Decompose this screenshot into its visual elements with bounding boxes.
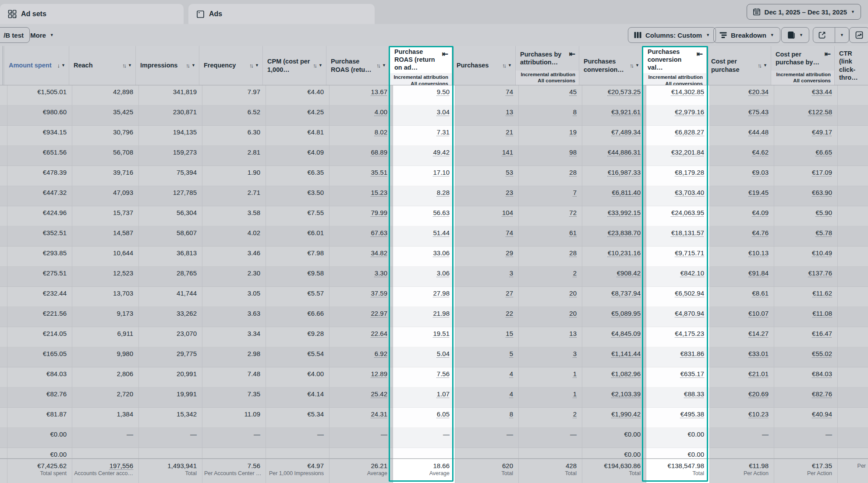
cell-value-purchases[interactable]: 22 — [506, 310, 513, 317]
cell-value-purchase-roas[interactable]: 13.67 — [371, 88, 387, 95]
cell-value-purchases-conversion[interactable]: €4,845.09 — [611, 330, 641, 337]
cell-value-cost-per-purchase-by[interactable]: €11.08 — [812, 310, 832, 317]
cell-value-purchases-conversion-value[interactable]: €4,175.23 — [675, 330, 704, 337]
cell-value-purchases-conversion-value[interactable]: €24,063.95 — [671, 209, 704, 216]
column-header-purchase-roas-incremental[interactable]: Purchase ROAS (return on ad…⇤Incremental… — [390, 46, 452, 85]
cell-value-purchase-roas[interactable]: 35.51 — [371, 169, 387, 176]
cell-value-cost-per-purchase-by[interactable]: €11.62 — [812, 289, 832, 297]
cell-value-purchases-conversion-value[interactable]: €6,502.94 — [675, 289, 704, 297]
sort-control-cpm[interactable]: ↑↓▼ — [313, 62, 322, 69]
cell-value-purchases-conversion-value[interactable]: €831.86 — [680, 350, 704, 357]
cell-value-purchase-roas[interactable]: 67.63 — [371, 229, 387, 236]
cell-value-purchase-roas-incremental[interactable]: 7.56 — [437, 370, 450, 377]
cell-value-purchases-by-attribution[interactable]: 2 — [573, 410, 577, 418]
column-header-cost-per-purchase-by[interactable]: Cost per purchase by…⇤Incremental attrib… — [771, 46, 835, 85]
date-range-button[interactable]: Dec 1, 2025 – Dec 31, 2025 ▼ — [747, 4, 861, 20]
tab-ads[interactable]: Ads — [188, 4, 375, 24]
chevron-down-icon[interactable]: ▼ — [255, 63, 259, 67]
cell-value-purchase-roas-incremental[interactable]: 27.98 — [433, 289, 450, 297]
cell-value-purchases[interactable]: 104 — [502, 209, 513, 216]
cell-value-purchases-by-attribution[interactable]: 2 — [573, 269, 577, 277]
cell-value-purchase-roas-incremental[interactable]: 1.07 — [437, 390, 450, 398]
cell-value-purchases-conversion[interactable]: €44,886.31 — [608, 148, 641, 156]
cell-value-cost-per-purchase[interactable]: €20.69 — [748, 390, 769, 398]
cell-value-purchases[interactable]: 4 — [510, 390, 513, 398]
sort-control-purchases-conversion[interactable]: ↑↓▼ — [630, 62, 639, 69]
cell-value-purchases-conversion-value[interactable]: €3,703.40 — [675, 189, 704, 196]
column-header-ctr[interactable]: CTR (link click-thro… — [835, 46, 868, 85]
cell-value-cost-per-purchase[interactable]: €10.23 — [748, 410, 769, 418]
cell-value-cost-per-purchase[interactable]: €14.27 — [748, 330, 769, 337]
cell-value-purchases[interactable]: 27 — [506, 289, 513, 297]
chevron-down-icon[interactable]: ▼ — [128, 63, 132, 67]
cell-value-purchases[interactable]: 3 — [510, 269, 513, 277]
cell-value-cost-per-purchase-by[interactable]: €5.90 — [815, 209, 832, 216]
cell-value-purchases-conversion[interactable]: €3,921.61 — [611, 108, 641, 116]
sort-control-purchase-roas[interactable]: ↑↓▼ — [376, 62, 386, 69]
cell-value-purchases-by-attribution[interactable]: 61 — [569, 229, 577, 236]
cell-value-purchases-conversion[interactable]: €908.42 — [617, 269, 641, 277]
collapse-column-icon[interactable]: ⇤ — [442, 50, 448, 58]
cell-value-purchase-roas-incremental[interactable]: 3.06 — [437, 269, 450, 277]
cell-value-cost-per-purchase[interactable]: €21.01 — [748, 370, 769, 377]
cell-value-purchases-conversion-value[interactable]: €6,828.27 — [675, 128, 704, 136]
cell-value-purchases[interactable]: 15 — [506, 330, 513, 337]
cell-value-purchases-conversion-value[interactable]: €9,715.71 — [675, 249, 704, 257]
column-header-purchases[interactable]: Purchases↑↓▼ — [452, 46, 516, 85]
cell-value-purchases-by-attribution[interactable]: 3 — [573, 350, 577, 357]
collapse-column-icon[interactable]: ⇤ — [697, 50, 703, 58]
cell-value-purchase-roas-incremental[interactable]: 7.31 — [437, 128, 450, 136]
cell-value-purchases-conversion[interactable]: €8,737.94 — [611, 289, 641, 297]
more-button[interactable]: More ▼ — [25, 27, 60, 43]
cell-value-cost-per-purchase[interactable]: €75.43 — [748, 108, 769, 116]
cell-value-purchase-roas-incremental[interactable]: 56.63 — [433, 209, 450, 216]
chevron-down-icon[interactable]: ▼ — [508, 63, 512, 67]
cell-value-purchase-roas-incremental[interactable]: 9.50 — [437, 88, 450, 95]
cell-value-purchases[interactable]: 4 — [510, 370, 513, 377]
cell-value-purchases-by-attribution[interactable]: 72 — [569, 209, 577, 216]
cell-value-purchase-roas[interactable]: 8.02 — [375, 128, 387, 136]
cell-value-cost-per-purchase-by[interactable]: €84.03 — [812, 370, 832, 377]
chevron-down-icon[interactable]: ▼ — [191, 63, 195, 67]
cell-value-purchases-conversion[interactable]: €1,990.42 — [611, 410, 641, 418]
cell-value-purchases-conversion[interactable]: €5,089.95 — [611, 310, 641, 317]
column-header-purchase-roas[interactable]: Purchase ROAS (retu…↑↓▼ — [326, 46, 390, 85]
cell-value-purchases-by-attribution[interactable]: 19 — [569, 128, 577, 136]
cell-value-purchases-conversion-value[interactable]: €14,302.85 — [671, 88, 704, 95]
collapse-column-icon[interactable]: ⇤ — [569, 50, 575, 58]
cell-value-purchases-by-attribution[interactable]: 7 — [573, 189, 577, 196]
cell-value-purchase-roas[interactable]: 12.89 — [371, 370, 387, 377]
cell-value-purchase-roas-incremental[interactable]: 3.04 — [437, 108, 450, 116]
cell-value-cost-per-purchase[interactable]: €4.09 — [752, 209, 769, 216]
cell-value-cost-per-purchase[interactable]: €33.01 — [748, 350, 769, 357]
cell-value-purchases-conversion-value[interactable]: €32,201.84 — [671, 148, 704, 156]
cell-value-purchases[interactable]: 74 — [506, 229, 513, 236]
cell-value-purchases[interactable]: 74 — [506, 88, 513, 95]
cell-value-purchases-by-attribution[interactable]: 13 — [569, 330, 577, 337]
cell-value-cost-per-purchase-by[interactable]: €63.90 — [812, 189, 832, 196]
cell-value-purchase-roas-incremental[interactable]: 6.05 — [437, 410, 450, 418]
cell-value-purchases-by-attribution[interactable]: 20 — [569, 289, 577, 297]
sort-control-reach[interactable]: ↑↓▼ — [122, 62, 132, 69]
cell-value-purchases-by-attribution[interactable]: 28 — [569, 169, 577, 176]
columns-button[interactable]: Columns: Custom ▼ — [628, 27, 716, 43]
cell-value-cost-per-purchase-by[interactable]: €122.58 — [808, 108, 832, 116]
column-header-purchases-by-attribution[interactable]: Purchases by attribution…⇤Incremental at… — [516, 46, 579, 85]
sort-control-frequency[interactable]: ↑↓▼ — [249, 62, 259, 69]
cell-value-cost-per-purchase-by[interactable]: €40.94 — [812, 410, 832, 418]
cell-value-purchases-conversion-value[interactable]: €8,179.28 — [675, 169, 704, 176]
cell-value-purchases[interactable]: 5 — [510, 350, 513, 357]
reports-button[interactable]: ▼ — [781, 27, 809, 43]
cell-value-purchases[interactable]: 53 — [506, 169, 513, 176]
cell-value-purchases-conversion[interactable]: €20,573.25 — [608, 88, 641, 95]
cell-value-purchase-roas-incremental[interactable]: 5.04 — [437, 350, 450, 357]
export-options-button[interactable]: ▼ — [835, 28, 849, 42]
cell-value-cost-per-purchase-by[interactable]: €6.65 — [815, 148, 832, 156]
export-button[interactable] — [813, 28, 831, 42]
cell-value-purchase-roas[interactable]: 68.89 — [371, 148, 387, 156]
cell-value-purchases-conversion-value[interactable]: €88.33 — [684, 390, 704, 398]
cell-value-purchases-by-attribution[interactable]: 20 — [569, 310, 577, 317]
cell-value-purchases-conversion-value[interactable]: €842.10 — [680, 269, 704, 277]
column-header-reach[interactable]: Reach↑↓▼ — [69, 46, 136, 85]
cell-value-cost-per-purchase[interactable]: €10.13 — [748, 249, 769, 257]
